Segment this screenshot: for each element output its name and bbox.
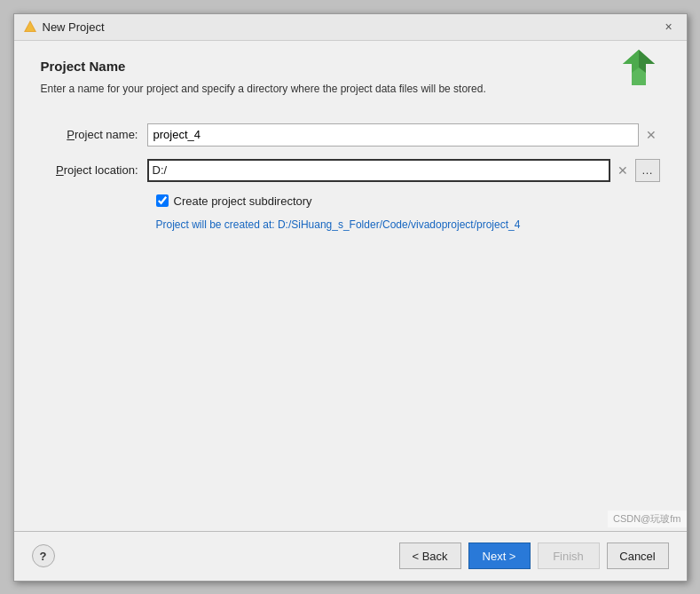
title-bar-left: New Project [23, 20, 105, 34]
next-button[interactable]: Next > [468, 543, 531, 569]
project-name-clear-button[interactable]: ✕ [642, 126, 660, 144]
close-button[interactable]: × [660, 18, 678, 36]
dialog-content: Project Name Enter a name for your proje… [14, 41, 687, 531]
project-location-browse-button[interactable]: … [635, 159, 660, 182]
section-desc: Enter a name for your project and specif… [41, 81, 555, 97]
footer-left: ? [32, 544, 55, 567]
project-location-inner-input[interactable] [167, 161, 608, 180]
project-name-row: Project name: ✕ [41, 123, 660, 147]
project-location-row: Project location: D:/ ✕ … [41, 159, 660, 182]
vivado-logo-svg [617, 48, 660, 94]
vivado-logo [617, 48, 660, 97]
create-subdir-checkbox[interactable] [156, 194, 169, 207]
create-subdir-row: Create project subdirectory [156, 194, 660, 208]
dialog-footer: ? < Back Next > Finish Cancel [14, 531, 687, 581]
create-subdir-label: Create project subdirectory [174, 194, 312, 208]
project-name-input-wrapper: ✕ [147, 123, 660, 147]
project-path-info: Project will be created at: D:/SiHuang_s… [156, 218, 660, 231]
footer-right: < Back Next > Finish Cancel [399, 543, 669, 569]
help-button[interactable]: ? [32, 544, 55, 567]
finish-button: Finish [538, 543, 600, 569]
vivado-title-icon [23, 20, 37, 34]
location-prefix: D:/ [149, 163, 168, 177]
project-location-label: Project location: [41, 163, 147, 177]
project-location-box: D:/ [147, 159, 610, 182]
project-name-input[interactable] [147, 123, 639, 147]
new-project-dialog: New Project × Project Name Enter a name … [13, 13, 688, 582]
cancel-button[interactable]: Cancel [607, 543, 669, 569]
project-name-label: Project name: [41, 128, 147, 141]
back-button[interactable]: < Back [399, 543, 461, 569]
section-title: Project Name [41, 59, 660, 74]
project-path-value: D:/SiHuang_s_Folder/Code/vivadoproject/p… [278, 218, 521, 231]
watermark: CSDN@玩玻fm [608, 511, 687, 527]
project-location-input-wrapper: D:/ ✕ … [147, 159, 660, 182]
project-location-clear-button[interactable]: ✕ [614, 162, 632, 179]
dialog-title: New Project [43, 20, 105, 34]
title-bar: New Project × [14, 14, 687, 41]
